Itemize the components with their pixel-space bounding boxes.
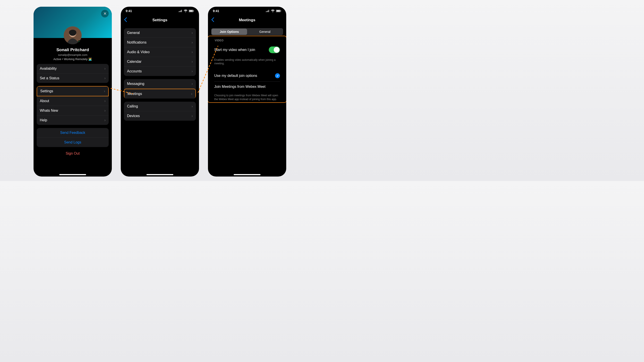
- profile-status: Active • Working Remotely 🧑‍💻: [34, 57, 112, 61]
- row-label: About: [40, 99, 49, 103]
- settings-list: General› Notifications› Audio & Video› C…: [121, 25, 199, 177]
- row-label: Availability: [40, 67, 56, 71]
- home-indicator[interactable]: [146, 174, 173, 175]
- row-meetings[interactable]: Meetings›: [124, 89, 196, 98]
- toggle-start-video[interactable]: Start my video when I join: [214, 43, 280, 56]
- battery-icon: [189, 9, 194, 12]
- status-bar: 9:41: [121, 7, 199, 15]
- chevron-right-icon: ›: [192, 114, 193, 118]
- profile-group-settings: Settings › About › Whats New › Help ›: [37, 86, 109, 125]
- option-use-default[interactable]: Use my default join options ✓: [214, 70, 280, 81]
- row-label: Audio & Video: [127, 50, 150, 54]
- status-icons: [266, 9, 281, 12]
- send-feedback-button[interactable]: Send Feedback: [37, 128, 109, 138]
- row-notifications[interactable]: Notifications›: [124, 38, 196, 47]
- chevron-right-icon: ›: [192, 40, 193, 44]
- close-button[interactable]: ✕: [101, 10, 109, 17]
- profile-name: Sonali Pritchard: [34, 47, 112, 52]
- row-general[interactable]: General›: [124, 28, 196, 38]
- row-label: Whats New: [40, 109, 58, 113]
- row-availability[interactable]: Availability ›: [37, 64, 109, 73]
- back-button[interactable]: [211, 17, 214, 23]
- row-label: Sign Out: [66, 151, 80, 155]
- row-whats-new[interactable]: Whats New ›: [37, 106, 109, 115]
- row-label: Meetings: [128, 92, 142, 96]
- chevron-right-icon: ›: [104, 89, 105, 93]
- nav-header: Settings: [121, 15, 199, 25]
- tab-general[interactable]: General: [247, 28, 283, 35]
- chevron-right-icon: ›: [192, 82, 193, 86]
- option-label: Join Meetings from Webex Meet: [214, 85, 266, 89]
- chevron-right-icon: ›: [191, 92, 192, 96]
- row-settings[interactable]: Settings ›: [37, 86, 109, 96]
- presence-active-icon: [78, 40, 82, 44]
- row-calling[interactable]: Calling›: [124, 102, 196, 111]
- settings-group-2: Messaging› Meetings›: [124, 79, 196, 98]
- chevron-right-icon: ›: [192, 60, 193, 64]
- status-time: 9:41: [213, 9, 219, 13]
- row-devices[interactable]: Devices›: [124, 111, 196, 121]
- profile-group-feedback: Send Feedback Send Logs: [37, 128, 109, 147]
- option-label: Start my video when I join: [214, 48, 255, 52]
- settings-group-1: General› Notifications› Audio & Video› C…: [124, 28, 196, 76]
- checkmark-icon: ✓: [275, 73, 280, 78]
- status-bar: 9:41: [208, 7, 286, 15]
- row-label: Send Feedback: [60, 131, 85, 135]
- sign-out-button[interactable]: Sign Out: [37, 151, 109, 156]
- switch-start-video[interactable]: [269, 46, 280, 53]
- chevron-right-icon: ›: [192, 69, 193, 73]
- option-join-webex[interactable]: Join Meetings from Webex Meet: [214, 81, 280, 92]
- back-chevron-icon: [211, 17, 214, 22]
- back-chevron-icon: [124, 17, 127, 22]
- switch-knob-icon: [274, 47, 280, 53]
- profile-hero: ✕: [34, 7, 112, 38]
- row-label: Calling: [127, 104, 138, 108]
- row-label: Accounts: [127, 69, 142, 73]
- meetings-content: Join Options General VIDEO Start my vide…: [208, 25, 286, 177]
- nav-header: Meetings: [208, 15, 286, 25]
- send-logs-button[interactable]: Send Logs: [37, 138, 109, 147]
- profile-menu: Availability › Set a Status › Settings ›…: [34, 61, 112, 177]
- row-accounts[interactable]: Accounts›: [124, 67, 196, 76]
- row-label: Calendar: [127, 60, 142, 64]
- nav-title: Settings: [152, 18, 167, 22]
- row-help[interactable]: Help ›: [37, 115, 109, 125]
- chevron-right-icon: ›: [104, 118, 106, 122]
- row-label: Notifications: [127, 40, 146, 44]
- section-header-video: VIDEO: [215, 39, 280, 42]
- chevron-right-icon: ›: [104, 109, 106, 113]
- cellular-icon: [178, 9, 182, 12]
- chevron-right-icon: ›: [104, 76, 106, 80]
- status-icons: [178, 9, 194, 12]
- row-label: Devices: [127, 114, 140, 118]
- row-set-status[interactable]: Set a Status ›: [37, 73, 109, 83]
- row-label: Set a Status: [40, 76, 59, 80]
- row-calendar[interactable]: Calendar›: [124, 57, 196, 67]
- phone-profile: ✕ Sonali Pritchard sonalip@example.com A…: [34, 7, 112, 177]
- svg-rect-6: [276, 10, 280, 12]
- cellular-icon: [266, 9, 270, 12]
- video-section: VIDEO Start my video when I join Enables…: [211, 39, 283, 101]
- svg-rect-4: [194, 10, 194, 11]
- chevron-right-icon: ›: [192, 31, 193, 35]
- start-video-description: Enables sending video automatically when…: [214, 58, 280, 65]
- chevron-right-icon: ›: [104, 99, 106, 103]
- battery-icon: [276, 9, 281, 12]
- phone-meetings: 9:41 Meetings Join Options General VIDEO…: [208, 7, 286, 177]
- row-messaging[interactable]: Messaging›: [124, 79, 196, 89]
- home-indicator[interactable]: [59, 174, 86, 175]
- tab-label: Join Options: [220, 30, 239, 33]
- row-audio-video[interactable]: Audio & Video›: [124, 47, 196, 57]
- tab-join-options[interactable]: Join Options: [212, 28, 247, 35]
- profile-email: sonalip@example.com: [34, 53, 112, 56]
- back-button[interactable]: [124, 17, 127, 23]
- row-about[interactable]: About ›: [37, 96, 109, 106]
- tab-label: General: [260, 30, 270, 33]
- home-indicator[interactable]: [234, 174, 260, 175]
- profile-group-availability: Availability › Set a Status ›: [37, 64, 109, 83]
- wifi-icon: [271, 9, 274, 12]
- nav-title: Meetings: [239, 18, 255, 22]
- avatar[interactable]: [64, 26, 82, 44]
- close-icon: ✕: [103, 11, 107, 16]
- option-label: Use my default join options: [214, 74, 257, 78]
